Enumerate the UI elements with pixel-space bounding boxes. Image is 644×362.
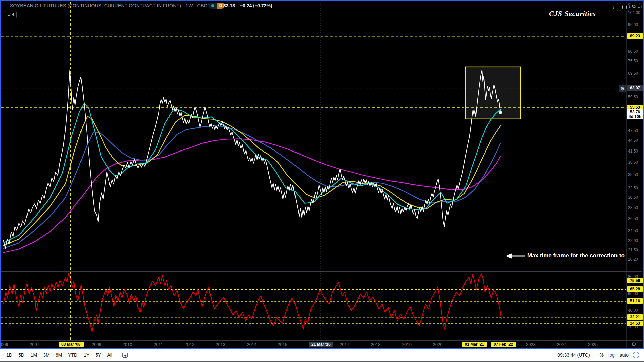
price-tick-label: 32.50: [628, 186, 638, 190]
price-tick-label: 24.50: [628, 228, 638, 233]
correction-annotation-text: Max time frame for the correction to e: [527, 252, 626, 259]
price-tick-label: 80.50: [628, 49, 638, 54]
year-label: 2014: [247, 342, 257, 347]
add-alert-plus-icon[interactable]: ⊕: [619, 85, 626, 92]
year-label: 2025: [588, 342, 598, 347]
price-tick-label: 38.50: [628, 160, 638, 165]
oscillator-tick-label: 40.00: [628, 308, 638, 313]
range-button-1m[interactable]: 1M: [28, 351, 39, 359]
range-button-3m[interactable]: 3M: [41, 351, 52, 359]
percent-scale-button[interactable]: %: [600, 352, 604, 358]
price-tick-label: 44.50: [628, 138, 638, 143]
year-label: 2019: [402, 342, 412, 347]
price-tick-label: 28.50: [628, 205, 638, 210]
price-tick-label: 35.50: [628, 172, 638, 177]
range-button-all[interactable]: All: [105, 351, 115, 359]
oscillator-label-chip: 24.53: [627, 321, 643, 326]
bottom-scroll-strip: [0, 361, 644, 362]
price-tick-label: 69.50: [628, 71, 638, 76]
brand-watermark: CJS Securities: [549, 9, 596, 18]
year-label: 2011: [154, 342, 163, 347]
price-tick-label: 20.20: [628, 257, 638, 262]
year-label: 2017: [340, 342, 350, 347]
range-button-1d[interactable]: 1D: [4, 351, 15, 359]
range-button-5y[interactable]: 5Y: [93, 351, 103, 359]
date-label-chip: 03 Mar '08: [59, 342, 84, 347]
clock[interactable]: 09:33:44 (UTC): [557, 352, 590, 358]
range-button-6m[interactable]: 6M: [53, 351, 64, 359]
go-to-date-button[interactable]: [122, 352, 128, 358]
log-scale-button[interactable]: log: [608, 352, 615, 358]
oscillator-tick-label: 60.00: [628, 291, 638, 296]
date-label-chip: 21 Mar '16: [309, 342, 333, 347]
year-label: 2006: [0, 342, 8, 347]
date-label-chip: 01 Mar '21: [462, 342, 487, 347]
price-label-chip: 53.764d 10h: [627, 109, 643, 119]
chart-window: { "header": { "title": "SOYBEAN OIL FUTU…: [0, 0, 644, 362]
oscillator-label-chip: 75.56: [627, 278, 643, 283]
year-label: 2015: [278, 342, 287, 347]
year-label: 2010: [123, 342, 132, 347]
scroll-down-button[interactable]: ↓: [609, 3, 618, 11]
price-label-chip: 63.07: [627, 85, 643, 91]
range-buttons: 1D5D1M3M6MYTD1Y5YAll: [4, 351, 115, 359]
toolbar-right-group: 09:33:44 (UTC) % log auto: [557, 352, 639, 358]
chart-canvas[interactable]: [0, 0, 644, 350]
price-tick-label: 30.50: [628, 195, 638, 200]
symbol-title[interactable]: SOYBEAN OIL FUTURES (CONTINUOUS: CURRENT…: [10, 3, 210, 8]
year-label: 2020: [433, 342, 443, 347]
oscillator-label-chip: 51.16: [627, 298, 643, 304]
year-label: 2009: [92, 342, 101, 347]
stream-status-icon: [209, 3, 217, 9]
range-button-1y[interactable]: 1Y: [81, 351, 92, 359]
price-tick-label: 104.00: [628, 10, 640, 15]
price-tick-label: 59.50: [628, 95, 638, 99]
toolbar-divider: [118, 352, 118, 358]
oscillator-label-chip: 32.21: [627, 314, 643, 320]
toolbar-divider: [595, 352, 595, 358]
range-button-ytd[interactable]: YTD: [66, 351, 80, 359]
go-to-date-icon: [122, 352, 128, 358]
year-label: 2013: [216, 342, 225, 347]
arrow-down-icon: ↓: [612, 4, 615, 10]
price-tick-label: 75.50: [628, 59, 638, 63]
last-price-dot: [499, 111, 502, 114]
year-label: 2012: [185, 342, 195, 347]
fullscreen-icon[interactable]: [633, 352, 639, 358]
price-tick-label: 47.50: [628, 128, 638, 133]
year-label: 2023: [526, 342, 536, 347]
range-button-5d[interactable]: 5D: [16, 351, 27, 359]
axis-settings-gear-icon[interactable]: ⚙: [631, 341, 636, 347]
maximize-icon: [622, 5, 627, 9]
currency-unit-button[interactable]: USX ⌄: [628, 3, 642, 10]
year-label: 2018: [371, 342, 381, 347]
price-tick-label: 21.50: [628, 248, 638, 252]
price-label-chip: 89.23: [627, 33, 643, 39]
date-label-chip: 07 Feb '22: [491, 342, 516, 347]
last-price-readout: 33.18 −0.24 (−0.72%): [223, 3, 272, 8]
last-price: 33.18: [223, 3, 235, 8]
legend-collapse-button[interactable]: ⌄ 4: [5, 11, 17, 18]
oscillator-label-chip: 65.28: [627, 286, 643, 292]
year-label: 2024: [557, 342, 567, 347]
price-tick-label: 22.90: [628, 238, 638, 243]
price-tick-label: 26.50: [628, 216, 638, 221]
indicator-count: 4: [12, 12, 14, 17]
price-change: −0.24 (−0.72%): [240, 3, 272, 8]
chevron-down-icon: ⌄: [7, 12, 11, 17]
price-tick-label: 41.50: [628, 149, 638, 154]
year-label: 2007: [30, 342, 39, 347]
auto-scale-button[interactable]: auto: [620, 352, 629, 358]
countdown-label: 4d 10h: [629, 114, 641, 119]
bottom-toolbar: 1D5D1M3M6MYTD1Y5YAll 09:33:44 (UTC) % lo…: [0, 349, 644, 361]
data-source-badge[interactable]: D: [209, 3, 225, 9]
price-tick-label: 96.00: [628, 22, 638, 27]
